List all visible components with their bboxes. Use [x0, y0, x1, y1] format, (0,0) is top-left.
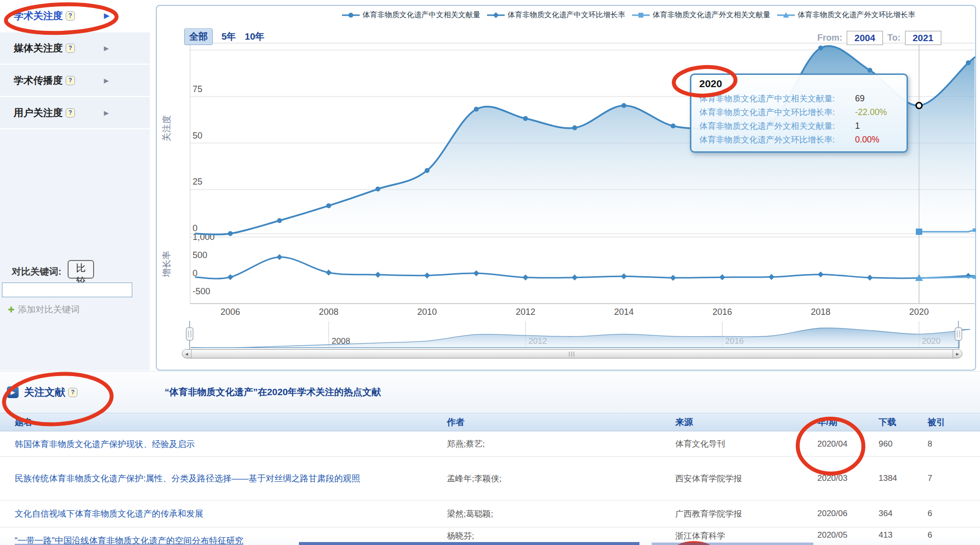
sidebar-item-user-attention[interactable]: 用户关注度?▶	[0, 97, 150, 129]
help-icon[interactable]: ?	[66, 44, 75, 53]
diamond-marker-icon	[818, 271, 824, 277]
circle-marker-icon	[326, 203, 331, 208]
to-year-input[interactable]: 2021	[905, 31, 941, 45]
cell-downloads: 1384	[864, 474, 913, 483]
svg-text:2008: 2008	[319, 307, 339, 317]
legend-label: 体育非物质文化遗产中文相关文献量	[363, 10, 480, 20]
circle-marker-icon	[621, 103, 626, 108]
compare-keywords-label: 对比关键词:	[12, 265, 61, 278]
diamond-marker-icon	[719, 274, 725, 280]
help-icon[interactable]: ?	[66, 11, 75, 21]
diamond-marker-icon	[670, 275, 676, 281]
cell-issue: 2020/06	[803, 509, 864, 519]
section-title[interactable]: 关注文献	[24, 385, 65, 399]
diamond-marker-icon	[768, 274, 774, 280]
cell-issue: 2020/05	[803, 530, 864, 540]
tab-10-years[interactable]: 10年	[245, 30, 265, 43]
sidebar-item-media-attention[interactable]: 媒体关注度?▶	[0, 32, 150, 65]
cell-source: 广西教育学院学报	[661, 508, 803, 520]
sidebar-item-academic-dissemination[interactable]: 学术传播度?▶	[0, 65, 150, 97]
tab-all[interactable]: 全部	[184, 28, 213, 45]
svg-text:500: 500	[193, 250, 207, 260]
legend-item-3[interactable]: 体育非物质文化遗产外文环比增长率	[777, 10, 915, 20]
cell-cites: 8	[913, 439, 980, 449]
column-header-downloads[interactable]: 下载	[864, 416, 913, 428]
range-tabs: 全部 5年 10年	[184, 28, 265, 45]
column-header-cites[interactable]: 被引	[913, 416, 980, 428]
chevron-right-icon: ▶	[104, 11, 110, 20]
chart-legend: 体育非物质文化遗产中文相关文献量体育非物质文化遗产中文环比增长率体育非物质文化遗…	[342, 10, 915, 20]
chevron-right-icon: ▶	[104, 77, 109, 84]
attention-trend-chart[interactable]: 0255075-50005001,00020062008201020122014…	[156, 5, 976, 371]
article-title-link[interactable]: 文化自信视域下体育非物质文化遗产的传承和发展	[0, 503, 432, 524]
circle-marker-icon	[867, 68, 872, 72]
circle-marker-icon	[277, 218, 282, 223]
svg-text:2006: 2006	[220, 307, 240, 317]
focused-literature-header: ▶ 关注文献 ? “体育非物质文化遗产”在2020年学术关注的热点文献	[0, 371, 980, 413]
add-compare-keyword-link[interactable]: ✚添加对比关键词	[8, 304, 79, 315]
navigator-left-handle[interactable]	[186, 321, 193, 349]
tooltip-value: 69	[855, 94, 864, 104]
legend-label: 体育非物质文化遗产中文环比增长率	[508, 10, 625, 20]
to-label: To:	[887, 33, 901, 43]
legend-label: 体育非物质文化遗产外文环比增长率	[798, 10, 915, 20]
column-header-authors[interactable]: 作者	[432, 416, 661, 428]
section-subtitle: “体育非物质文化遗产”在2020年学术关注的热点文献	[165, 386, 381, 399]
circle-marker-icon	[375, 187, 380, 191]
help-icon[interactable]: ?	[68, 388, 77, 397]
sidebar-item-label: 用户关注度	[14, 106, 63, 119]
diamond-marker-icon	[424, 272, 430, 278]
scroll-left-arrow-icon[interactable]: ◄	[182, 350, 192, 358]
cell-authors: 梁然;葛聪颖;	[432, 508, 661, 520]
cell-authors: 孟峰年;李颖侠;	[432, 473, 661, 484]
add-compare-keyword-label: 添加对比关键词	[18, 305, 79, 314]
column-header-issue[interactable]: 年/期	[803, 416, 864, 428]
cell-source: 西安体育学院学报	[661, 473, 803, 484]
tooltip-value: 0.00%	[855, 135, 880, 145]
legend-item-2[interactable]: 体育非物质文化遗产外文相关文献量	[632, 10, 770, 20]
compare-keyword-input[interactable]	[2, 283, 132, 297]
svg-text:2014: 2014	[614, 307, 634, 317]
diamond-marker-icon	[487, 12, 505, 19]
svg-text:2010: 2010	[417, 307, 437, 317]
sidebar-item-label: 学术关注度	[14, 9, 63, 23]
scrollbar-thumb[interactable]: |||	[192, 350, 953, 358]
article-title-link[interactable]: 民族传统体育非物质文化遗产保护:属性、分类及路径选择——基于对丝绸之路甘肃段的观…	[0, 468, 432, 489]
legend-item-1[interactable]: 体育非物质文化遗产中文环比增长率	[487, 10, 625, 20]
tab-5-years[interactable]: 5年	[221, 30, 236, 43]
svg-text:2016: 2016	[712, 307, 732, 317]
chart-tooltip: 2020 体育非物质文化遗产中文相关文献量:69体育非物质文化遗产中文环比增长率…	[690, 73, 908, 153]
circle-marker-icon	[425, 168, 430, 173]
column-header-title[interactable]: 题名	[0, 416, 432, 428]
article-title-link[interactable]: “一带一路”中国沿线体育非物质文化遗产的空间分布特征研究	[0, 530, 432, 545]
legend-item-0[interactable]: 体育非物质文化遗产中文相关文献量	[342, 10, 480, 20]
legend-label: 体育非物质文化遗产外文相关文献量	[653, 10, 770, 20]
chart-horizontal-scrollbar[interactable]: ◄ ||| ►	[182, 349, 962, 358]
help-icon[interactable]: ?	[66, 108, 75, 118]
help-icon[interactable]: ?	[66, 76, 75, 85]
sidebar-item-academic-attention[interactable]: 学术关注度?▶	[0, 0, 150, 32]
diamond-marker-icon	[522, 274, 528, 280]
chevron-right-icon: ▶	[104, 109, 109, 117]
circle-marker-icon	[671, 123, 676, 128]
column-header-source[interactable]: 来源	[661, 416, 803, 428]
circle-marker-icon	[342, 12, 360, 19]
svg-text:2018: 2018	[811, 307, 831, 317]
tooltip-value: -22.00%	[855, 107, 887, 118]
tooltip-year: 2020	[699, 78, 906, 90]
play-icon: ▶	[7, 386, 19, 398]
scroll-right-arrow-icon[interactable]: ►	[953, 350, 962, 358]
cell-downloads: 364	[864, 509, 913, 519]
table-header: 题名作者来源年/期下载被引	[0, 413, 980, 431]
tooltip-label: 体育非物质文化遗产外文相关文献量:	[699, 120, 855, 132]
tooltip-rows: 体育非物质文化遗产中文相关文献量:69体育非物质文化遗产中文环比增长率:-22.…	[699, 92, 906, 146]
svg-text:2012: 2012	[515, 307, 535, 317]
range-navigator: 2008201220162020	[186, 321, 970, 349]
navigator-area	[191, 328, 970, 348]
from-year-input[interactable]: 2004	[847, 31, 883, 45]
compare-button[interactable]: 比较	[68, 260, 94, 279]
diamond-marker-icon	[621, 273, 627, 279]
tooltip-row: 体育非物质文化遗产外文相关文献量:1	[699, 119, 906, 133]
diamond-marker-icon	[572, 275, 578, 281]
article-title-link[interactable]: 韩国体育非物质文化遗产保护现状、经验及启示	[0, 434, 432, 454]
